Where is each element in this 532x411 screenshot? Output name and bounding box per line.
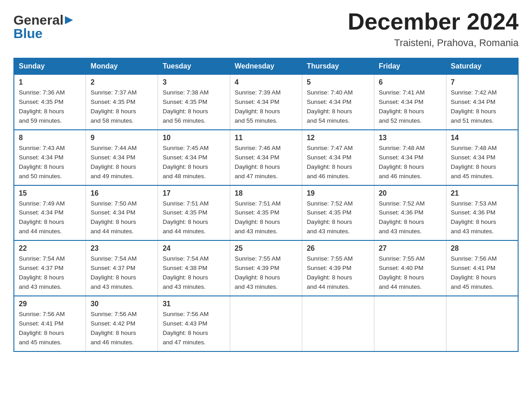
day-info: Sunrise: 7:55 AM Sunset: 4:39 PM Dayligh… xyxy=(235,254,297,292)
day-number: 3 xyxy=(163,78,225,86)
day-number: 4 xyxy=(235,78,297,86)
day-info: Sunrise: 7:50 AM Sunset: 4:34 PM Dayligh… xyxy=(90,199,153,237)
day-number: 29 xyxy=(19,300,81,308)
day-number: 9 xyxy=(90,134,153,142)
calendar-week-row: 15 Sunrise: 7:49 AM Sunset: 4:34 PM Dayl… xyxy=(14,185,518,241)
day-info: Sunrise: 7:55 AM Sunset: 4:40 PM Dayligh… xyxy=(379,254,442,292)
page-header: General Blue December 2024 Traisteni, Pr… xyxy=(13,9,519,49)
day-number: 16 xyxy=(90,189,153,197)
calendar-cell: 11 Sunrise: 7:46 AM Sunset: 4:34 PM Dayl… xyxy=(230,130,302,185)
day-number: 30 xyxy=(90,300,153,308)
day-number: 7 xyxy=(451,78,513,86)
calendar-cell xyxy=(230,296,302,351)
calendar-cell: 28 Sunrise: 7:56 AM Sunset: 4:41 PM Dayl… xyxy=(446,240,518,296)
weekday-header-wednesday: Wednesday xyxy=(230,58,302,74)
day-info: Sunrise: 7:48 AM Sunset: 4:34 PM Dayligh… xyxy=(379,144,442,181)
day-info: Sunrise: 7:40 AM Sunset: 4:34 PM Dayligh… xyxy=(307,88,369,126)
day-info: Sunrise: 7:51 AM Sunset: 4:35 PM Dayligh… xyxy=(163,199,225,237)
calendar-cell: 9 Sunrise: 7:44 AM Sunset: 4:34 PM Dayli… xyxy=(86,130,158,185)
day-number: 23 xyxy=(90,244,153,253)
day-number: 21 xyxy=(451,189,513,197)
day-info: Sunrise: 7:47 AM Sunset: 4:34 PM Dayligh… xyxy=(307,144,369,181)
calendar-cell: 5 Sunrise: 7:40 AM Sunset: 4:34 PM Dayli… xyxy=(302,74,374,130)
calendar-cell: 10 Sunrise: 7:45 AM Sunset: 4:34 PM Dayl… xyxy=(158,130,230,185)
day-number: 19 xyxy=(307,189,369,197)
day-info: Sunrise: 7:54 AM Sunset: 4:38 PM Dayligh… xyxy=(163,254,225,292)
day-info: Sunrise: 7:48 AM Sunset: 4:34 PM Dayligh… xyxy=(451,144,513,181)
day-info: Sunrise: 7:52 AM Sunset: 4:36 PM Dayligh… xyxy=(379,199,442,237)
calendar-cell xyxy=(374,296,446,351)
weekday-header-tuesday: Tuesday xyxy=(158,58,230,74)
logo-triangle-icon xyxy=(64,15,74,25)
day-info: Sunrise: 7:46 AM Sunset: 4:34 PM Dayligh… xyxy=(235,144,297,181)
day-number: 11 xyxy=(235,134,297,142)
day-number: 1 xyxy=(19,78,81,86)
svg-marker-0 xyxy=(65,16,73,24)
day-number: 6 xyxy=(379,78,442,86)
calendar-cell xyxy=(446,296,518,351)
day-number: 20 xyxy=(379,189,442,197)
calendar-cell: 12 Sunrise: 7:47 AM Sunset: 4:34 PM Dayl… xyxy=(302,130,374,185)
day-info: Sunrise: 7:36 AM Sunset: 4:35 PM Dayligh… xyxy=(19,88,81,126)
calendar-cell: 25 Sunrise: 7:55 AM Sunset: 4:39 PM Dayl… xyxy=(230,240,302,296)
day-number: 5 xyxy=(307,78,369,86)
weekday-header-monday: Monday xyxy=(86,58,158,74)
day-info: Sunrise: 7:43 AM Sunset: 4:34 PM Dayligh… xyxy=(19,144,81,181)
calendar-week-row: 22 Sunrise: 7:54 AM Sunset: 4:37 PM Dayl… xyxy=(14,240,518,296)
calendar-cell: 15 Sunrise: 7:49 AM Sunset: 4:34 PM Dayl… xyxy=(14,185,86,241)
day-info: Sunrise: 7:51 AM Sunset: 4:35 PM Dayligh… xyxy=(235,199,297,237)
calendar-cell: 21 Sunrise: 7:53 AM Sunset: 4:36 PM Dayl… xyxy=(446,185,518,241)
day-number: 24 xyxy=(163,244,225,253)
calendar-cell: 29 Sunrise: 7:56 AM Sunset: 4:41 PM Dayl… xyxy=(14,296,86,351)
month-title: December 2024 xyxy=(348,9,519,34)
calendar-cell: 20 Sunrise: 7:52 AM Sunset: 4:36 PM Dayl… xyxy=(374,185,446,241)
day-info: Sunrise: 7:56 AM Sunset: 4:41 PM Dayligh… xyxy=(19,310,81,347)
weekday-header-saturday: Saturday xyxy=(446,58,518,74)
calendar-cell: 17 Sunrise: 7:51 AM Sunset: 4:35 PM Dayl… xyxy=(158,185,230,241)
day-number: 31 xyxy=(163,300,225,308)
weekday-header-thursday: Thursday xyxy=(302,58,374,74)
day-number: 22 xyxy=(19,244,81,253)
day-info: Sunrise: 7:38 AM Sunset: 4:35 PM Dayligh… xyxy=(163,88,225,126)
day-info: Sunrise: 7:54 AM Sunset: 4:37 PM Dayligh… xyxy=(19,254,81,292)
calendar-cell: 18 Sunrise: 7:51 AM Sunset: 4:35 PM Dayl… xyxy=(230,185,302,241)
day-number: 14 xyxy=(451,134,513,142)
calendar-table: SundayMondayTuesdayWednesdayThursdayFrid… xyxy=(13,58,519,351)
calendar-cell: 6 Sunrise: 7:41 AM Sunset: 4:34 PM Dayli… xyxy=(374,74,446,130)
weekday-header-row: SundayMondayTuesdayWednesdayThursdayFrid… xyxy=(14,58,518,74)
day-info: Sunrise: 7:56 AM Sunset: 4:43 PM Dayligh… xyxy=(163,310,225,347)
calendar-cell: 4 Sunrise: 7:39 AM Sunset: 4:34 PM Dayli… xyxy=(230,74,302,130)
day-info: Sunrise: 7:44 AM Sunset: 4:34 PM Dayligh… xyxy=(90,144,153,181)
day-info: Sunrise: 7:55 AM Sunset: 4:39 PM Dayligh… xyxy=(307,254,369,292)
day-number: 15 xyxy=(19,189,81,197)
logo-blue-text: Blue xyxy=(13,27,43,40)
calendar-cell: 31 Sunrise: 7:56 AM Sunset: 4:43 PM Dayl… xyxy=(158,296,230,351)
calendar-week-row: 8 Sunrise: 7:43 AM Sunset: 4:34 PM Dayli… xyxy=(14,130,518,185)
day-number: 18 xyxy=(235,189,297,197)
calendar-week-row: 29 Sunrise: 7:56 AM Sunset: 4:41 PM Dayl… xyxy=(14,296,518,351)
calendar-cell: 16 Sunrise: 7:50 AM Sunset: 4:34 PM Dayl… xyxy=(86,185,158,241)
day-info: Sunrise: 7:39 AM Sunset: 4:34 PM Dayligh… xyxy=(235,88,297,126)
logo: General Blue xyxy=(13,13,74,40)
calendar-cell: 2 Sunrise: 7:37 AM Sunset: 4:35 PM Dayli… xyxy=(86,74,158,130)
calendar-cell: 13 Sunrise: 7:48 AM Sunset: 4:34 PM Dayl… xyxy=(374,130,446,185)
day-number: 12 xyxy=(307,134,369,142)
day-info: Sunrise: 7:53 AM Sunset: 4:36 PM Dayligh… xyxy=(451,199,513,237)
calendar-cell: 19 Sunrise: 7:52 AM Sunset: 4:35 PM Dayl… xyxy=(302,185,374,241)
calendar-cell: 7 Sunrise: 7:42 AM Sunset: 4:34 PM Dayli… xyxy=(446,74,518,130)
calendar-cell: 1 Sunrise: 7:36 AM Sunset: 4:35 PM Dayli… xyxy=(14,74,86,130)
calendar-cell: 3 Sunrise: 7:38 AM Sunset: 4:35 PM Dayli… xyxy=(158,74,230,130)
day-number: 8 xyxy=(19,134,81,142)
logo-general-text: General xyxy=(13,13,64,27)
day-info: Sunrise: 7:41 AM Sunset: 4:34 PM Dayligh… xyxy=(379,88,442,126)
day-number: 26 xyxy=(307,244,369,253)
day-number: 17 xyxy=(163,189,225,197)
day-number: 2 xyxy=(90,78,153,86)
calendar-cell: 30 Sunrise: 7:56 AM Sunset: 4:42 PM Dayl… xyxy=(86,296,158,351)
day-info: Sunrise: 7:54 AM Sunset: 4:37 PM Dayligh… xyxy=(90,254,153,292)
calendar-cell: 22 Sunrise: 7:54 AM Sunset: 4:37 PM Dayl… xyxy=(14,240,86,296)
day-info: Sunrise: 7:42 AM Sunset: 4:34 PM Dayligh… xyxy=(451,88,513,126)
calendar-cell: 23 Sunrise: 7:54 AM Sunset: 4:37 PM Dayl… xyxy=(86,240,158,296)
day-number: 28 xyxy=(451,244,513,253)
calendar-cell: 26 Sunrise: 7:55 AM Sunset: 4:39 PM Dayl… xyxy=(302,240,374,296)
